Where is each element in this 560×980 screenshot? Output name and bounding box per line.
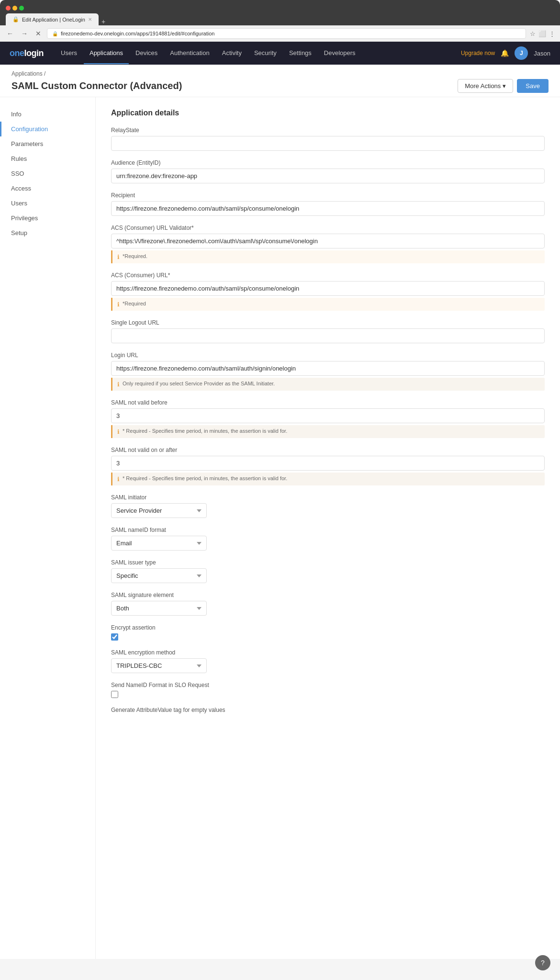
hint-icon-3: ℹ — [117, 381, 120, 388]
recipient-input[interactable] — [111, 201, 545, 216]
page-actions: More Actions ▾ Save — [458, 79, 549, 93]
logo: onelogin — [10, 48, 44, 58]
encrypt-assertion-wrapper — [111, 633, 545, 641]
saml-initiator-group: SAML initiator Service Provider OneLogin — [111, 494, 545, 518]
nav-item-security[interactable]: Security — [248, 43, 282, 64]
acs-url-hint-text: *Required — [123, 301, 146, 306]
nav-item-applications[interactable]: Applications — [84, 43, 129, 64]
saml-nameid-format-group: SAML nameID format Email Transient Persi… — [111, 527, 545, 551]
bell-icon[interactable]: 🔔 — [501, 49, 509, 57]
audience-input[interactable] — [111, 169, 545, 183]
acs-url-hint: ℹ *Required — [111, 298, 545, 311]
hint-icon-4: ℹ — [117, 428, 120, 435]
acs-url-input[interactable] — [111, 281, 545, 296]
saml-nameid-format-select[interactable]: Email Transient Persistent Unspecified — [111, 536, 207, 551]
send-nameid-format-checkbox[interactable] — [111, 691, 118, 698]
hint-icon-5: ℹ — [117, 476, 120, 483]
login-url-input[interactable] — [111, 361, 545, 376]
sidebar-item-configuration[interactable]: Configuration — [0, 122, 95, 136]
recipient-label: Recipient — [111, 192, 545, 199]
login-url-group: Login URL ℹ Only required if you select … — [111, 352, 545, 391]
saml-encryption-method-label: SAML encryption method — [111, 649, 545, 656]
user-avatar: J — [515, 46, 528, 60]
sidebar-item-sso[interactable]: SSO — [0, 166, 95, 181]
saml-not-valid-before-input[interactable] — [111, 408, 545, 423]
saml-not-valid-before-hint: ℹ * Required - Specifies time period, in… — [111, 425, 545, 438]
extension-button[interactable]: ⬜ — [538, 30, 546, 37]
saml-not-valid-after-label: SAML not valid on or after — [111, 447, 545, 453]
breadcrumb[interactable]: Applications / — [11, 70, 549, 77]
page-title-row: SAML Custom Connector (Advanced) More Ac… — [11, 79, 549, 93]
saml-not-valid-after-group: SAML not valid on or after ℹ * Required … — [111, 447, 545, 485]
sidebar-item-users[interactable]: Users — [0, 196, 95, 211]
saml-nameid-format-label: SAML nameID format — [111, 527, 545, 533]
relay-state-label: RelayState — [111, 127, 545, 134]
generate-attr-tag-group: Generate AttributeValue tag for empty va… — [111, 707, 545, 713]
encrypt-assertion-label: Encrypt assertion — [111, 624, 545, 631]
upgrade-button[interactable]: Upgrade now — [461, 50, 495, 56]
forward-button[interactable]: → — [19, 29, 30, 38]
lock-icon: 🔒 — [52, 31, 58, 36]
saml-not-valid-before-label: SAML not valid before — [111, 399, 545, 406]
section-title: Application details — [111, 109, 545, 117]
saml-not-valid-after-input[interactable] — [111, 456, 545, 471]
window-minimize-dot[interactable] — [12, 6, 17, 11]
content-layout: Info Configuration Parameters Rules SSO … — [0, 97, 560, 959]
browser-tab-active[interactable]: 🔒 Edit Application | OneLogin ✕ — [6, 13, 99, 25]
sidebar-item-setup[interactable]: Setup — [0, 225, 95, 240]
url-bar[interactable]: 🔒 firezonedemo-dev.onelogin.com/apps/191… — [47, 28, 526, 39]
nav-item-developers[interactable]: Developers — [318, 43, 361, 64]
saml-encryption-method-select[interactable]: TRIPLDES-CBC AES-128-CBC AES-192-CBC AES… — [111, 658, 207, 673]
sidebar-item-privileges[interactable]: Privileges — [0, 211, 95, 225]
tab-title: Edit Application | OneLogin — [22, 17, 85, 23]
saml-issuer-type-group: SAML issuer type Specific Generic — [111, 559, 545, 583]
menu-button[interactable]: ⋮ — [549, 30, 555, 37]
browser-bar: ← → ✕ 🔒 firezonedemo-dev.onelogin.com/ap… — [0, 25, 560, 42]
window-maximize-dot[interactable] — [19, 6, 24, 11]
top-navigation: onelogin Users Applications Devices Auth… — [0, 42, 560, 65]
nav-item-activity[interactable]: Activity — [216, 43, 247, 64]
saml-issuer-type-select[interactable]: Specific Generic — [111, 568, 207, 583]
saml-signature-element-label: SAML signature element — [111, 592, 545, 598]
nav-item-authentication[interactable]: Authentication — [164, 43, 215, 64]
single-logout-label: Single Logout URL — [111, 319, 545, 326]
sidebar-item-parameters[interactable]: Parameters — [0, 136, 95, 151]
nav-items: Users Applications Devices Authenticatio… — [55, 43, 449, 64]
sidebar-item-access[interactable]: Access — [0, 181, 95, 196]
save-button[interactable]: Save — [517, 79, 549, 93]
saml-not-valid-before-hint-text: * Required - Specifies time period, in m… — [123, 428, 287, 434]
breadcrumb-text: Applications / — [11, 70, 45, 77]
single-logout-input[interactable] — [111, 328, 545, 343]
generate-attr-tag-label: Generate AttributeValue tag for empty va… — [111, 707, 545, 713]
sidebar-item-rules[interactable]: Rules — [0, 151, 95, 166]
login-url-hint: ℹ Only required if you select Service Pr… — [111, 378, 545, 391]
reload-button[interactable]: ✕ — [34, 29, 43, 38]
tab-favicon: 🔒 — [12, 16, 19, 23]
sidebar-item-info[interactable]: Info — [0, 107, 95, 122]
acs-validator-hint: ℹ *Required. — [111, 250, 545, 263]
back-button[interactable]: ← — [5, 29, 15, 38]
window-close-dot[interactable] — [6, 6, 11, 11]
saml-initiator-select[interactable]: Service Provider OneLogin — [111, 503, 207, 518]
tab-close-button[interactable]: ✕ — [88, 17, 92, 22]
nav-item-users[interactable]: Users — [55, 43, 83, 64]
hint-icon-2: ℹ — [117, 301, 120, 308]
bookmark-button[interactable]: ☆ — [530, 30, 536, 37]
sidebar: Info Configuration Parameters Rules SSO … — [0, 97, 96, 959]
page-header: Applications / SAML Custom Connector (Ad… — [0, 65, 560, 97]
user-name: Jason — [534, 50, 550, 57]
send-nameid-format-group: Send NameID Format in SLO Request — [111, 682, 545, 698]
nav-item-devices[interactable]: Devices — [130, 43, 163, 64]
acs-validator-input[interactable] — [111, 234, 545, 248]
encrypt-assertion-checkbox[interactable] — [111, 633, 118, 641]
relay-state-input[interactable] — [111, 136, 545, 151]
acs-validator-group: ACS (Consumer) URL Validator* ℹ *Require… — [111, 225, 545, 263]
new-tab-button[interactable]: + — [101, 18, 105, 25]
login-url-hint-text: Only required if you select Service Prov… — [123, 381, 275, 386]
nav-item-settings[interactable]: Settings — [283, 43, 317, 64]
hint-icon: ℹ — [117, 254, 120, 260]
more-actions-button[interactable]: More Actions ▾ — [458, 79, 513, 93]
saml-signature-element-select[interactable]: Both Assertion Response — [111, 601, 207, 616]
saml-signature-element-group: SAML signature element Both Assertion Re… — [111, 592, 545, 616]
relay-state-group: RelayState — [111, 127, 545, 151]
